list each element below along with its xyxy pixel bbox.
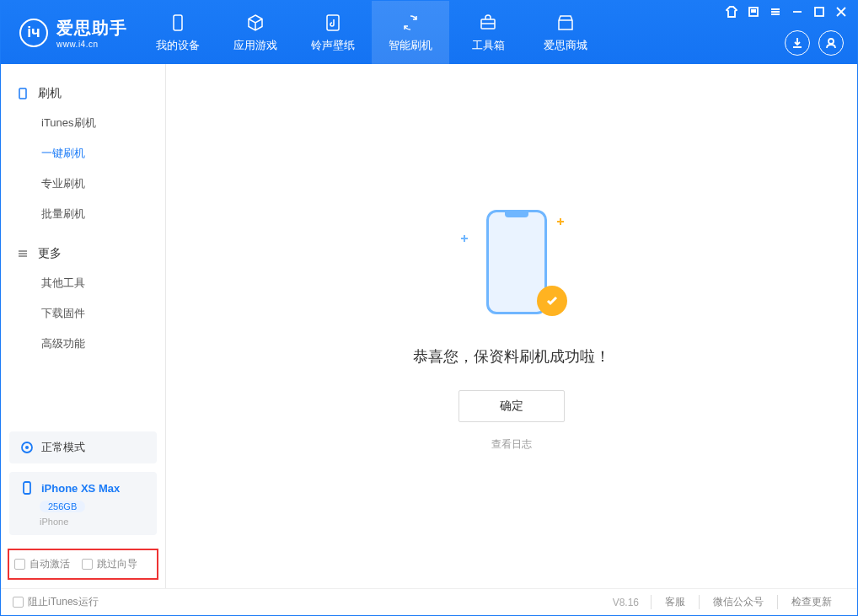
close-icon[interactable]: [835, 6, 847, 18]
cube-icon: [244, 12, 266, 34]
mode-card[interactable]: 正常模式: [9, 431, 157, 463]
footer-link-wechat[interactable]: 微信公众号: [699, 595, 777, 609]
body: 刷机 iTunes刷机 一键刷机 专业刷机 批量刷机 更多 其他工具 下载固件 …: [1, 64, 857, 588]
window-controls: [726, 1, 847, 18]
device-type: iPhone: [40, 517, 147, 527]
footer-link-update[interactable]: 检查更新: [777, 595, 845, 609]
user-button[interactable]: [818, 30, 844, 56]
ok-button[interactable]: 确定: [458, 390, 565, 422]
success-illustration: [444, 201, 579, 328]
logo: iч 爱思助手 www.i4.cn: [1, 17, 139, 49]
sidebar-item-itunes-flash[interactable]: iTunes刷机: [1, 108, 165, 138]
section-more: 更多: [1, 239, 165, 268]
tab-label: 应用游戏: [233, 38, 277, 53]
minimize-icon[interactable]: [791, 6, 803, 18]
main-content: 恭喜您，保资料刷机成功啦！ 确定 查看日志: [166, 64, 857, 588]
tab-label: 我的设备: [156, 38, 200, 53]
view-log-link[interactable]: 查看日志: [491, 437, 532, 452]
mode-label: 正常模式: [41, 440, 85, 455]
svg-rect-9: [24, 482, 30, 494]
tab-label: 智能刷机: [389, 38, 432, 53]
sparkle-icon: [461, 235, 468, 242]
sidebar-item-batch-flash[interactable]: 批量刷机: [1, 199, 165, 229]
device-panels: 正常模式 iPhone XS Max 256GB iPhone: [1, 425, 165, 544]
sparkle-icon: [557, 218, 564, 225]
section-title: 刷机: [38, 86, 62, 101]
tab-ringtones-wallpapers[interactable]: 铃声壁纸: [294, 1, 372, 64]
footer-right: V8.16 客服 微信公众号 检查更新: [613, 595, 845, 609]
svg-point-8: [25, 446, 29, 449]
sidebar-item-onekey-flash[interactable]: 一键刷机: [1, 138, 165, 169]
checkbox-label: 阻止iTunes运行: [28, 595, 99, 609]
tab-toolbox[interactable]: 工具箱: [449, 1, 527, 64]
app-window: iч 爱思助手 www.i4.cn 我的设备 应用游戏 铃声壁纸 智能刷机: [0, 0, 858, 616]
svg-rect-4: [815, 8, 823, 16]
header-right: [726, 1, 847, 64]
list-icon: [16, 247, 29, 260]
section-flash: 刷机: [1, 79, 165, 108]
footer-link-support[interactable]: 客服: [651, 595, 699, 609]
logo-icon: iч: [19, 19, 48, 47]
checkbox-label: 自动激活: [29, 557, 70, 571]
success-message: 恭喜您，保资料刷机成功啦！: [413, 346, 610, 367]
device-storage: 256GB: [40, 501, 85, 512]
svg-rect-1: [327, 15, 339, 30]
highlighted-options: 自动激活 跳过向导: [8, 549, 158, 580]
sync-icon: [400, 12, 421, 34]
maximize-icon[interactable]: [813, 6, 825, 18]
svg-rect-6: [19, 88, 26, 99]
music-file-icon: [322, 12, 344, 34]
version-label: V8.16: [613, 597, 639, 608]
tab-label: 爱思商城: [544, 38, 587, 53]
section-title: 更多: [38, 246, 62, 261]
app-title: 爱思助手: [56, 17, 127, 40]
sidebar-item-advanced[interactable]: 高级功能: [1, 329, 165, 359]
tab-label: 铃声壁纸: [311, 38, 355, 53]
shop-icon: [555, 12, 576, 34]
download-button[interactable]: [785, 30, 810, 56]
tab-store[interactable]: 爱思商城: [527, 1, 604, 64]
checkbox-auto-activate[interactable]: 自动激活: [14, 557, 70, 571]
sidebar: 刷机 iTunes刷机 一键刷机 专业刷机 批量刷机 更多 其他工具 下载固件 …: [1, 64, 166, 588]
nav-tabs: 我的设备 应用游戏 铃声壁纸 智能刷机 工具箱 爱思商城: [139, 1, 604, 64]
device-card[interactable]: iPhone XS Max 256GB iPhone: [9, 472, 157, 535]
sidebar-item-download-firmware[interactable]: 下载固件: [1, 298, 165, 329]
checkbox-box: [82, 559, 93, 570]
checkbox-label: 跳过向导: [97, 557, 137, 571]
tshirt-icon[interactable]: [726, 6, 737, 18]
mode-icon: [19, 440, 35, 455]
success-check-icon: [537, 286, 567, 316]
note-icon[interactable]: [748, 6, 759, 18]
checkbox-skip-guide[interactable]: 跳过向导: [82, 557, 137, 571]
phone-icon: [16, 87, 29, 100]
sidebar-item-other-tools[interactable]: 其他工具: [1, 268, 165, 298]
app-subtitle: www.i4.cn: [56, 40, 127, 49]
checkbox-block-itunes[interactable]: 阻止iTunes运行: [13, 595, 99, 609]
checkbox-box: [13, 597, 24, 608]
checkbox-box: [14, 559, 25, 570]
sidebar-item-pro-flash[interactable]: 专业刷机: [1, 169, 165, 199]
tab-smart-flash[interactable]: 智能刷机: [372, 1, 449, 64]
device-phone-icon: [19, 480, 35, 495]
svg-point-5: [829, 39, 834, 44]
footer: 阻止iTunes运行 V8.16 客服 微信公众号 检查更新: [1, 588, 857, 615]
device-icon: [167, 12, 189, 34]
tab-my-device[interactable]: 我的设备: [139, 1, 217, 64]
sidebar-scroll: 刷机 iTunes刷机 一键刷机 专业刷机 批量刷机 更多 其他工具 下载固件 …: [1, 64, 165, 425]
header: iч 爱思助手 www.i4.cn 我的设备 应用游戏 铃声壁纸 智能刷机: [1, 1, 857, 64]
device-name: iPhone XS Max: [41, 482, 120, 495]
tab-label: 工具箱: [472, 38, 505, 53]
header-actions: [785, 30, 847, 64]
svg-rect-0: [174, 15, 182, 30]
tab-apps-games[interactable]: 应用游戏: [217, 1, 294, 64]
menu-icon[interactable]: [770, 6, 781, 18]
toolbox-icon: [477, 12, 499, 34]
